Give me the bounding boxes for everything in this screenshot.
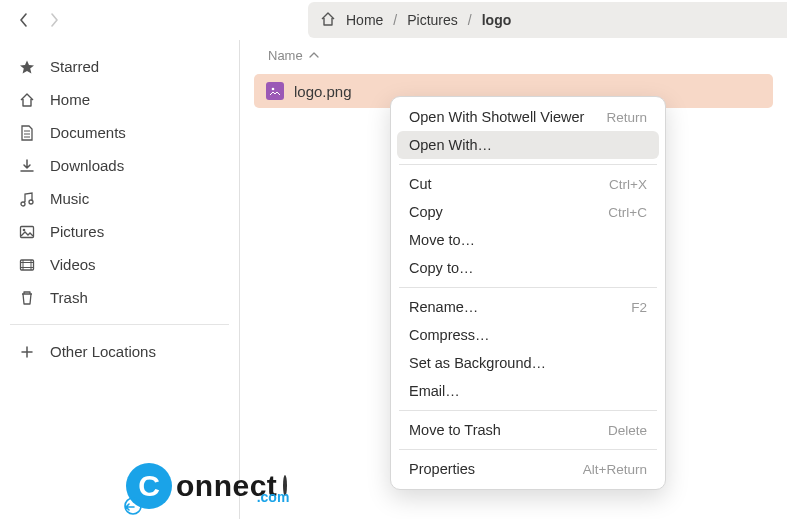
menu-rename[interactable]: Rename… F2 bbox=[397, 293, 659, 321]
sidebar-item-label: Trash bbox=[50, 289, 88, 306]
context-menu: Open With Shotwell Viewer Return Open Wi… bbox=[390, 96, 666, 490]
menu-label: Properties bbox=[409, 461, 475, 477]
music-icon bbox=[18, 191, 36, 207]
watermark-domain: .com bbox=[257, 489, 290, 505]
plus-icon bbox=[18, 344, 36, 360]
menu-separator bbox=[399, 410, 657, 411]
pathbar[interactable]: Home / Pictures / logo bbox=[308, 2, 787, 38]
menu-accel: Return bbox=[606, 110, 647, 125]
menu-label: Move to… bbox=[409, 232, 475, 248]
menu-move-trash[interactable]: Move to Trash Delete bbox=[397, 416, 659, 444]
menu-label: Move to Trash bbox=[409, 422, 501, 438]
menu-label: Compress… bbox=[409, 327, 490, 343]
menu-open-default[interactable]: Open With Shotwell Viewer Return bbox=[397, 103, 659, 131]
toolbar: Home / Pictures / logo bbox=[0, 0, 787, 40]
sidebar-item-trash[interactable]: Trash bbox=[6, 281, 233, 314]
menu-separator bbox=[399, 164, 657, 165]
chevron-left-icon bbox=[19, 13, 29, 27]
path-seg-pictures[interactable]: Pictures bbox=[407, 12, 458, 28]
star-icon bbox=[18, 59, 36, 75]
path-seg-current[interactable]: logo bbox=[482, 12, 512, 28]
trash-icon bbox=[18, 290, 36, 306]
menu-cut[interactable]: Cut Ctrl+X bbox=[397, 170, 659, 198]
image-file-icon bbox=[266, 82, 284, 100]
chevron-right-icon bbox=[49, 13, 59, 27]
main-split: Starred Home Documents Downloads Music bbox=[0, 40, 787, 519]
menu-accel: F2 bbox=[631, 300, 647, 315]
menu-email[interactable]: Email… bbox=[397, 377, 659, 405]
menu-copy[interactable]: Copy Ctrl+C bbox=[397, 198, 659, 226]
menu-separator bbox=[399, 449, 657, 450]
menu-accel: Ctrl+X bbox=[609, 177, 647, 192]
svg-rect-1 bbox=[21, 226, 34, 237]
sidebar-item-documents[interactable]: Documents bbox=[6, 116, 233, 149]
document-icon bbox=[18, 125, 36, 141]
menu-accel: Ctrl+C bbox=[608, 205, 647, 220]
menu-label: Copy to… bbox=[409, 260, 473, 276]
sidebar-item-downloads[interactable]: Downloads bbox=[6, 149, 233, 182]
menu-compress[interactable]: Compress… bbox=[397, 321, 659, 349]
menu-separator bbox=[399, 287, 657, 288]
sidebar-item-videos[interactable]: Videos bbox=[6, 248, 233, 281]
menu-set-background[interactable]: Set as Background… bbox=[397, 349, 659, 377]
menu-label: Rename… bbox=[409, 299, 478, 315]
sidebar-item-pictures[interactable]: Pictures bbox=[6, 215, 233, 248]
sort-asc-icon bbox=[309, 48, 319, 63]
file-name: logo.png bbox=[294, 83, 352, 100]
path-separator: / bbox=[393, 12, 397, 28]
sidebar-item-label: Music bbox=[50, 190, 89, 207]
svg-rect-3 bbox=[21, 260, 34, 270]
menu-move-to[interactable]: Move to… bbox=[397, 226, 659, 254]
menu-label: Open With… bbox=[409, 137, 492, 153]
menu-properties[interactable]: Properties Alt+Return bbox=[397, 455, 659, 483]
svg-rect-4 bbox=[269, 85, 281, 97]
menu-label: Copy bbox=[409, 204, 443, 220]
sidebar-item-other-locations[interactable]: Other Locations bbox=[6, 335, 233, 368]
home-icon bbox=[320, 11, 336, 30]
home-icon bbox=[18, 92, 36, 108]
sidebar-item-starred[interactable]: Starred bbox=[6, 50, 233, 83]
sidebar-item-label: Starred bbox=[50, 58, 99, 75]
sidebar-item-label: Other Locations bbox=[50, 343, 156, 360]
exit-icon bbox=[124, 497, 142, 515]
sidebar-item-home[interactable]: Home bbox=[6, 83, 233, 116]
menu-accel: Delete bbox=[608, 423, 647, 438]
menu-copy-to[interactable]: Copy to… bbox=[397, 254, 659, 282]
menu-label: Email… bbox=[409, 383, 460, 399]
sidebar-item-label: Home bbox=[50, 91, 90, 108]
svg-point-5 bbox=[272, 88, 275, 91]
sidebar-item-music[interactable]: Music bbox=[6, 182, 233, 215]
sidebar: Starred Home Documents Downloads Music bbox=[0, 40, 240, 519]
col-name[interactable]: Name bbox=[268, 48, 303, 63]
sidebar-item-label: Documents bbox=[50, 124, 126, 141]
sidebar-item-label: Pictures bbox=[50, 223, 104, 240]
download-icon bbox=[18, 158, 36, 174]
column-headers[interactable]: Name bbox=[240, 40, 787, 70]
nav-buttons bbox=[0, 0, 78, 40]
path-separator: / bbox=[468, 12, 472, 28]
sidebar-item-label: Downloads bbox=[50, 157, 124, 174]
picture-icon bbox=[18, 224, 36, 240]
menu-accel: Alt+Return bbox=[583, 462, 647, 477]
back-button[interactable] bbox=[14, 10, 34, 30]
menu-label: Cut bbox=[409, 176, 432, 192]
sidebar-item-label: Videos bbox=[50, 256, 96, 273]
video-icon bbox=[18, 257, 36, 273]
path-seg-home[interactable]: Home bbox=[346, 12, 383, 28]
menu-label: Set as Background… bbox=[409, 355, 546, 371]
watermark-logo: C onnect .com bbox=[126, 463, 287, 509]
forward-button[interactable] bbox=[44, 10, 64, 30]
svg-point-2 bbox=[23, 228, 26, 231]
sidebar-separator bbox=[10, 324, 229, 325]
svg-point-0 bbox=[29, 200, 33, 204]
content-pane: Name logo.png Open With Shotwell Viewer … bbox=[240, 40, 787, 519]
menu-open-with[interactable]: Open With… bbox=[397, 131, 659, 159]
menu-label: Open With Shotwell Viewer bbox=[409, 109, 584, 125]
